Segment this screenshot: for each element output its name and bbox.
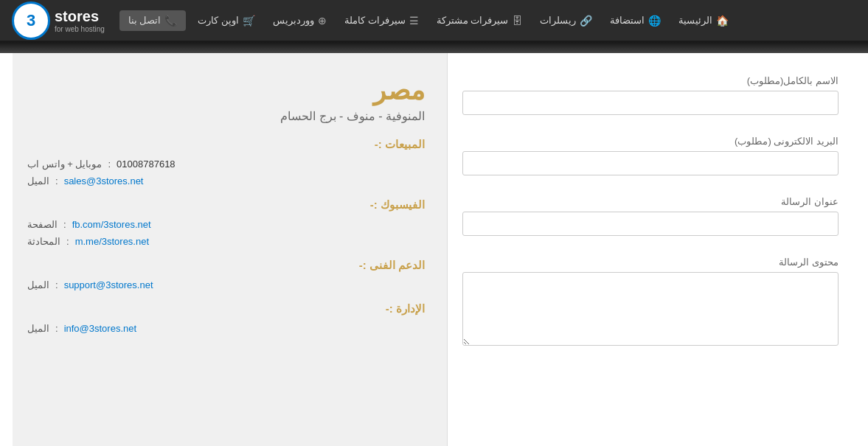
sales-email-row: sales@3stores.net : الميل: [27, 175, 425, 187]
admin-email-label: الميل: [27, 323, 49, 334]
navbar: 🏠 الرئيسية 🌐 استضافة 🔗 ريسلرات 🗄 سيرفرات…: [0, 0, 868, 43]
phone-icon: 📞: [164, 15, 177, 27]
subject-label: عنوان الرسالة: [462, 196, 839, 207]
mobile-label: موبايل + واتس اب: [27, 158, 102, 170]
email-group: البريد الالكترونى (مطلوب): [462, 136, 839, 175]
nav-item-shared-servers[interactable]: 🗄 سيرفرات مشتركة: [428, 9, 532, 32]
chat-label: المحادثة: [27, 236, 60, 247]
admin-email-colon: :: [55, 323, 58, 334]
message-label: محتوى الرسالة: [462, 257, 839, 268]
support-title: الدعم الفنى :-: [27, 259, 425, 272]
site-logo[interactable]: stores for web hosting 3: [7, 1, 105, 40]
support-email-link[interactable]: support@3stores.net: [64, 279, 153, 290]
email-label: البريد الالكترونى (مطلوب): [462, 136, 839, 147]
nav-link-home[interactable]: 🏠 الرئيسية: [670, 9, 737, 32]
sales-email-label: الميل: [27, 175, 49, 187]
menu-icon: ☰: [409, 15, 419, 27]
nav-item-opencart[interactable]: 🛒 اوپن كارت: [189, 9, 264, 32]
logo-number: 3: [12, 1, 50, 40]
sales-email-link[interactable]: sales@3stores.net: [64, 175, 144, 187]
support-email-row: support@3stores.net : الميل: [27, 279, 425, 290]
dark-stripe: [0, 43, 868, 53]
nav-label-hosting: استضافة: [610, 15, 645, 26]
sales-email-colon: :: [55, 175, 58, 187]
main-content: الاسم بالكامل(مطلوب) البريد الالكترونى (…: [0, 53, 868, 446]
page-label: الصفحة: [27, 219, 58, 230]
logo-tagline: for web hosting: [55, 25, 105, 33]
home-icon: 🏠: [716, 15, 729, 27]
nav-link-resellers[interactable]: 🔗 ريسلرات: [531, 9, 601, 32]
nav-label-resellers: ريسلرات: [540, 15, 576, 26]
chat-colon: :: [66, 236, 69, 247]
sales-title: المبيعات :-: [27, 138, 425, 151]
facebook-page-link[interactable]: fb.com/3stores.net: [72, 219, 151, 230]
nav-item-contact[interactable]: 📞 اتصل بنا: [119, 10, 190, 31]
nav-label-opencart: اوپن كارت: [198, 15, 239, 26]
full-name-label: الاسم بالكامل(مطلوب): [462, 75, 839, 86]
nav-item-hosting[interactable]: 🌐 استضافة: [601, 9, 670, 32]
mobile-row: 01008787618 : موبايل + واتس اب: [27, 158, 425, 170]
share-icon: 🔗: [580, 15, 592, 27]
globe-icon: 🌐: [648, 15, 661, 27]
location-text: المنوفية - منوف - برج الحسام: [27, 109, 425, 123]
subject-group: عنوان الرسالة: [462, 196, 839, 236]
mobile-colon: :: [108, 158, 111, 170]
nav-item-home[interactable]: 🏠 الرئيسية: [670, 9, 737, 32]
nav-label-shared-servers: سيرفرات مشتركة: [437, 15, 509, 26]
nav-item-dedicated-servers[interactable]: ☰ سيرفرات كاملة: [336, 9, 428, 32]
full-name-group: الاسم بالكامل(مطلوب): [462, 75, 839, 115]
message-group: محتوى الرسالة: [462, 257, 839, 348]
nav-item-wordpress[interactable]: ⊕ ووردبريس: [264, 9, 336, 32]
contact-info-panel: مصر المنوفية - منوف - برج الحسام المبيعا…: [13, 53, 448, 446]
nav-label-wordpress: ووردبريس: [273, 15, 314, 26]
nav-menu: 🏠 الرئيسية 🌐 استضافة 🔗 ريسلرات 🗄 سيرفرات…: [119, 9, 861, 32]
nav-label-dedicated-servers: سيرفرات كاملة: [344, 15, 406, 26]
messenger-row: m.me/3stores.net : المحادثة: [27, 236, 425, 247]
support-email-colon: :: [55, 279, 58, 290]
admin-title: الإدارة :-: [27, 302, 425, 316]
contact-form-panel: الاسم بالكامل(مطلوب) البريد الالكترونى (…: [448, 53, 868, 446]
nav-label-home: الرئيسية: [678, 15, 712, 26]
nav-link-dedicated-servers[interactable]: ☰ سيرفرات كاملة: [336, 9, 428, 32]
nav-label-contact: اتصل بنا: [128, 15, 162, 26]
facebook-page-row: fb.com/3stores.net : الصفحة: [27, 219, 425, 230]
page-colon: :: [63, 219, 66, 230]
admin-email-row: info@3stores.net : الميل: [27, 323, 425, 334]
logo-brand: stores: [55, 8, 99, 25]
admin-email-link[interactable]: info@3stores.net: [64, 323, 136, 334]
support-email-label: الميل: [27, 279, 49, 290]
server-icon: 🗄: [512, 15, 522, 27]
message-textarea[interactable]: [462, 272, 839, 346]
facebook-title: الفيسبوك :-: [27, 198, 425, 212]
full-name-input[interactable]: [462, 91, 839, 115]
nav-link-wordpress[interactable]: ⊕ ووردبريس: [264, 9, 336, 32]
nav-link-opencart[interactable]: 🛒 اوپن كارت: [189, 9, 264, 32]
cart-icon: 🛒: [243, 15, 255, 27]
nav-link-shared-servers[interactable]: 🗄 سيرفرات مشتركة: [428, 9, 532, 32]
mobile-value: 01008787618: [117, 158, 176, 170]
nav-link-hosting[interactable]: 🌐 استضافة: [601, 9, 670, 32]
nav-link-contact[interactable]: 📞 اتصل بنا: [119, 10, 187, 31]
email-input[interactable]: [462, 151, 839, 175]
country-name: مصر: [27, 75, 425, 106]
messenger-link[interactable]: m.me/3stores.net: [75, 236, 149, 247]
nav-item-resellers[interactable]: 🔗 ريسلرات: [531, 9, 601, 32]
wordpress-icon: ⊕: [318, 15, 327, 27]
subject-input[interactable]: [462, 212, 839, 236]
